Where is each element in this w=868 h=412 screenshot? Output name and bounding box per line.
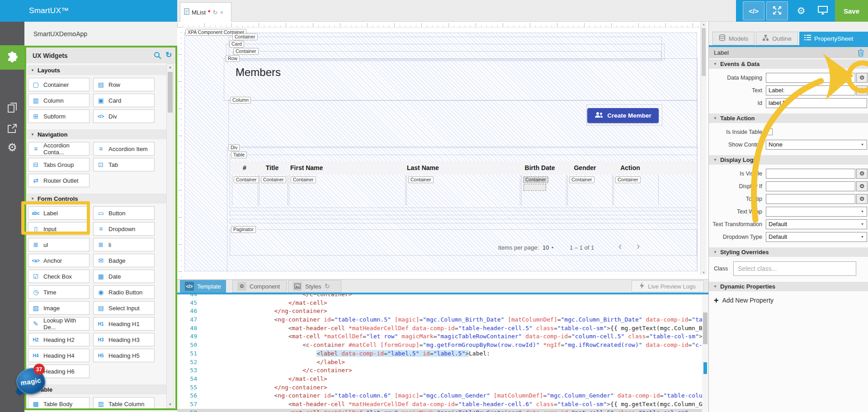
copy-icon[interactable] — [6, 101, 19, 114]
widget-item-heading-h3[interactable]: H3Heading H3 — [93, 333, 155, 346]
is-inside-table-checkbox[interactable] — [766, 128, 773, 135]
widget-item-div[interactable]: </>Div — [93, 109, 155, 123]
design-surface[interactable]: XPA Component Container Container Card C… — [177, 22, 708, 279]
widget-item-row[interactable]: ▤Row — [93, 78, 155, 91]
widget-item-table-body[interactable]: ▦Table Body — [28, 397, 90, 408]
widget-item-table-column[interactable]: ▥Table Column — [93, 397, 155, 408]
widget-item-accordion-item[interactable]: ≡Accordion Item — [93, 142, 155, 156]
widget-section-header-navigation[interactable]: ▼Navigation — [27, 129, 166, 139]
text-input[interactable]: Label: — [766, 85, 855, 95]
tab-outline[interactable]: Outline — [756, 32, 798, 45]
data-mapping-gear-button[interactable]: ⚙ — [856, 73, 868, 83]
tooltip-gear-button[interactable]: ⚙ — [856, 194, 868, 204]
section-header-table-action[interactable]: ▼Table Action — [709, 114, 868, 123]
dropdown-type-select[interactable]: Default▼ — [766, 232, 867, 242]
app-name-header[interactable]: SmartUXDemoApp — [24, 22, 177, 46]
chip-container[interactable]: Container — [232, 33, 258, 40]
section-header-styling-overrides[interactable]: ▼Styling Overrides — [709, 247, 868, 257]
data-mapping-input[interactable] — [766, 73, 855, 83]
code-line-56[interactable]: 56 <ng-container id="table-column.6" [ma… — [177, 392, 702, 400]
code-line-51[interactable]: 51 <label data-comp-id="label.5" id="lab… — [177, 350, 702, 358]
settings-gear-icon[interactable]: ⚙ — [6, 141, 19, 154]
tab-propertysheet[interactable]: PropertySheet — [799, 32, 868, 45]
save-button[interactable]: Save — [835, 0, 868, 22]
table-cell-gender[interactable]: Container — [567, 175, 613, 205]
scroll-up-icon[interactable]: ▲ — [701, 23, 707, 26]
chip-cell-container[interactable]: Container — [261, 176, 286, 183]
tab-refresh-icon[interactable]: ↻ — [213, 9, 218, 16]
code-line-47[interactable]: 47 <ng-container id="table-column.5" [ma… — [177, 316, 702, 324]
section-header-events-data[interactable]: ▼Events & Data — [709, 59, 868, 69]
chip-paginator[interactable]: Paginator — [231, 226, 256, 233]
tab-component[interactable]: ⚙ Component — [232, 280, 287, 293]
magic-logo[interactable]: magic 37 — [16, 367, 46, 395]
widget-item-heading-h1[interactable]: H1Heading H1 — [93, 317, 155, 331]
widget-item-anchor[interactable]: <a>Anchor — [28, 254, 90, 267]
chip-table[interactable]: Table — [231, 152, 247, 158]
is-visible-input[interactable] — [766, 169, 855, 179]
id-input[interactable]: label.5 — [766, 98, 867, 108]
tab-models[interactable]: Models — [712, 32, 755, 45]
share-icon[interactable] — [6, 122, 19, 135]
tab-mlist[interactable]: MList * ↻ × — [180, 2, 231, 22]
row-rect[interactable] — [224, 58, 698, 101]
chip-column[interactable]: Column — [230, 97, 251, 104]
widget-item-accordion-conta[interactable]: ≡Accordion Conta... — [28, 142, 90, 156]
search-icon[interactable] — [154, 52, 161, 61]
widget-list-scrollbar[interactable]: ▲ ▼ — [166, 63, 174, 408]
preview-monitor-button[interactable] — [812, 1, 834, 20]
table-cell-title[interactable]: Container — [259, 175, 288, 205]
chip-div[interactable]: Div — [228, 144, 240, 151]
widgets-rail-tab[interactable] — [0, 45, 24, 70]
widget-item-select-input[interactable]: ▤Select Input — [93, 301, 155, 315]
scroll-up-icon[interactable]: ▲ — [167, 65, 174, 69]
scrollbar-thumb[interactable] — [168, 72, 173, 113]
chip-card[interactable]: Card — [229, 41, 244, 47]
display-if-input[interactable] — [766, 181, 855, 191]
widget-item-li[interactable]: ≣li — [93, 238, 155, 251]
selected-label-element[interactable] — [524, 184, 546, 191]
table-cell-birth-date[interactable]: Container — [521, 175, 566, 205]
widget-item-subform[interactable]: ⊞Subform — [28, 109, 90, 123]
code-line-46[interactable]: 46 </ng-container> — [177, 307, 702, 316]
section-header-dynamic-properties[interactable]: ▼Dynamic Properties — [709, 282, 868, 291]
services-gears-button[interactable]: ⚙ — [790, 1, 812, 20]
refresh-icon[interactable]: ↻ — [324, 282, 330, 290]
table-cell-last-name[interactable]: Container — [406, 175, 520, 205]
widget-item-radio-button[interactable]: ◉Radio Button — [93, 285, 155, 299]
tab-styles[interactable]: Styles ↻ — [288, 280, 341, 293]
scrollbar-thumb[interactable] — [702, 28, 706, 76]
widget-item-router-outlet[interactable]: ⇄Router Outlet — [28, 174, 90, 187]
widget-item-badge[interactable]: ✉Badge — [93, 254, 155, 267]
widget-item-time[interactable]: ◷Time — [28, 285, 90, 299]
chip-cell-container[interactable]: Container — [615, 176, 641, 183]
chip-cell-container[interactable]: Container — [408, 176, 434, 183]
table-cell-action[interactable]: Container — [613, 175, 659, 205]
table-cell-first-name[interactable]: Container — [289, 175, 406, 205]
code-lines[interactable]: 44 </c-container>45 </mat-cell>46 </ng-c… — [177, 290, 702, 412]
widget-item-heading-h4[interactable]: H4Heading H4 — [28, 349, 90, 362]
code-line-50[interactable]: 50 <c-container #matCell [formGroup]="mg… — [177, 341, 702, 350]
chip-cell-container[interactable]: Container — [569, 176, 594, 183]
chip-cell-container[interactable]: Container — [523, 176, 548, 183]
widget-item-card[interactable]: ▣Card — [93, 94, 155, 107]
widget-item-tabs-group[interactable]: ⊟Tabs Group — [28, 158, 90, 171]
widget-section-header-form-controls[interactable]: ▼Form Controls — [27, 194, 166, 204]
expand-button[interactable] — [766, 1, 788, 20]
chip-cell-container[interactable]: Container — [291, 176, 316, 183]
chip-cell-container[interactable]: Container — [234, 176, 259, 183]
scroll-down-icon[interactable]: ▼ — [701, 271, 707, 274]
paginator-rect[interactable] — [230, 229, 697, 256]
code-line-53[interactable]: 53 </c-container> — [177, 366, 702, 375]
members-heading[interactable]: Members — [236, 66, 281, 79]
code-line-49[interactable]: 49 <mat-cell *matCellDef="let row" magic… — [177, 332, 702, 341]
scrollbar-thumb[interactable] — [703, 313, 708, 344]
code-line-52[interactable]: 52 </label> — [177, 358, 702, 367]
widget-item-label[interactable]: abcLabel — [28, 206, 90, 220]
canvas-scrollbar[interactable]: ▲ ▼ — [700, 22, 707, 275]
widget-item-lookup-with-de[interactable]: ✎Lookup With De... — [28, 317, 90, 331]
widget-item-container[interactable]: ▢Container — [28, 78, 90, 91]
display-if-gear-button[interactable]: ⚙ — [856, 181, 868, 191]
widget-item-dropdown[interactable]: ≡Dropdown — [93, 222, 155, 236]
widget-item-heading-h2[interactable]: H2Heading H2 — [28, 333, 90, 346]
